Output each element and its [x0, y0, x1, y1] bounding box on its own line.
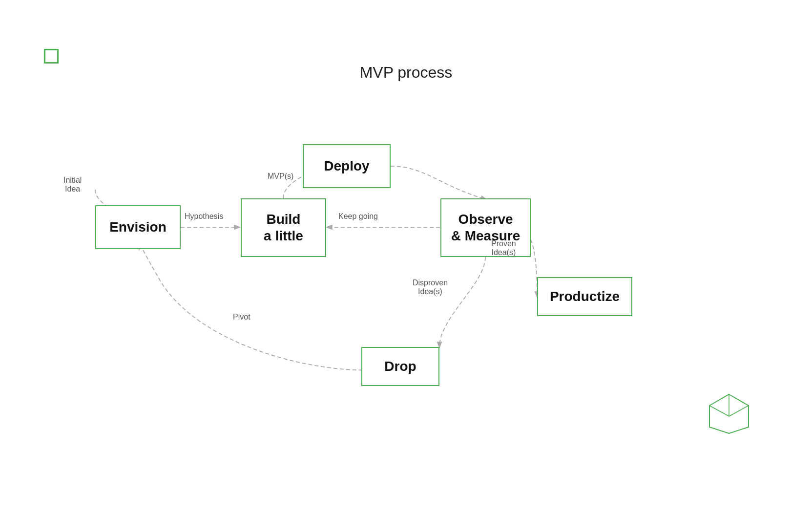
- cube-icon: [705, 392, 753, 438]
- label-disproven-ideas: Disproven Idea(s): [413, 279, 448, 296]
- svg-line-6: [729, 406, 749, 416]
- box-envision: Envision: [95, 205, 181, 249]
- box-deploy: Deploy: [303, 144, 391, 188]
- box-observe: Observe & Measure: [440, 198, 531, 257]
- label-mvps: MVP(s): [268, 172, 293, 181]
- label-pivot: Pivot: [233, 313, 250, 322]
- label-hypothesis: Hypothesis: [185, 212, 223, 221]
- page-title: MVP process: [360, 64, 453, 82]
- box-drop: Drop: [361, 347, 439, 386]
- label-keep-going: Keep going: [338, 212, 378, 221]
- label-initial-idea: Initial Idea: [63, 176, 82, 194]
- box-build: Build a little: [241, 198, 326, 257]
- label-proven-ideas: Proven Idea(s): [491, 239, 516, 257]
- box-productize: Productize: [537, 277, 632, 316]
- logo-square: [44, 49, 59, 64]
- svg-line-5: [709, 406, 729, 416]
